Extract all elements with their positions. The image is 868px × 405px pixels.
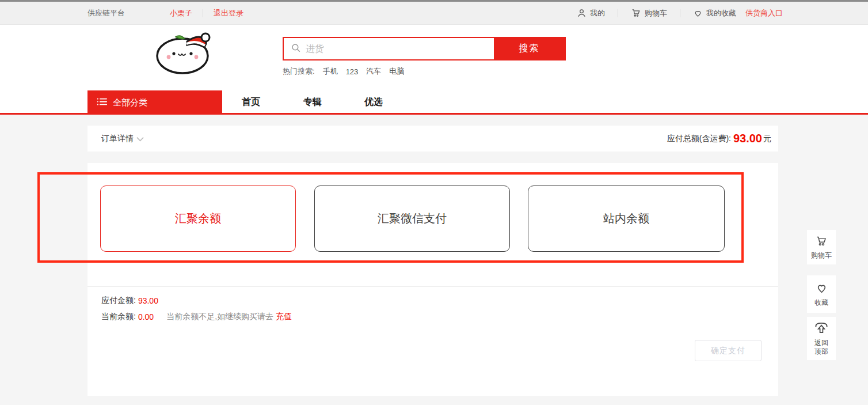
chevron-down-icon bbox=[136, 134, 144, 143]
search-box: 搜索 bbox=[283, 37, 566, 60]
recharge-link[interactable]: 充值 bbox=[276, 312, 292, 322]
search-button[interactable]: 搜索 bbox=[494, 38, 565, 59]
hot-search-item[interactable]: 电脑 bbox=[389, 66, 404, 77]
float-cart-button[interactable]: 购物车 bbox=[807, 230, 836, 264]
back-to-top-button[interactable]: 返回 顶部 bbox=[807, 317, 836, 360]
payable-amount-value: 93.00 bbox=[138, 296, 158, 305]
float-favorite-button[interactable]: 收藏 bbox=[807, 275, 836, 313]
all-categories-label: 全部分类 bbox=[113, 97, 147, 108]
arrow-up-icon bbox=[814, 321, 829, 337]
current-balance-value: 0.00 bbox=[138, 312, 154, 321]
order-total-amount: 93.00 bbox=[733, 132, 762, 145]
topbar-right: 我的 购物车 我的收藏 供货商入口 bbox=[577, 2, 783, 24]
search-input[interactable] bbox=[306, 38, 494, 59]
hot-search-item[interactable]: 手机 bbox=[323, 66, 338, 77]
nav-item-picks[interactable]: 优选 bbox=[364, 90, 383, 115]
section-divider bbox=[87, 286, 778, 287]
header: 搜索 热门搜索: 手机 123 汽车 电脑 bbox=[0, 25, 868, 90]
search-icon bbox=[291, 43, 301, 55]
heart-icon bbox=[814, 282, 829, 297]
topbar: 供应链平台 小栗子 退出登录 我的 购物车 bbox=[0, 0, 868, 25]
navbar: 全部分类 首页 专辑 优选 bbox=[0, 90, 868, 115]
hot-search-item[interactable]: 123 bbox=[346, 67, 359, 76]
payment-panel: 汇聚余额 汇聚微信支付 站内余额 应付金额: 93.00 当前余额: 0.00 … bbox=[87, 163, 778, 396]
all-categories-button[interactable]: 全部分类 bbox=[87, 90, 222, 115]
float-favorite-label: 收藏 bbox=[814, 298, 828, 307]
site-logo[interactable] bbox=[147, 26, 222, 75]
divider bbox=[203, 9, 203, 17]
logout-link[interactable]: 退出登录 bbox=[214, 8, 243, 18]
order-total-unit: 元 bbox=[763, 134, 771, 144]
topbar-left: 供应链平台 小栗子 退出登录 bbox=[87, 2, 243, 24]
pay-method-huiju-wechat[interactable]: 汇聚微信支付 bbox=[314, 186, 510, 252]
pay-method-huiju-balance[interactable]: 汇聚余额 bbox=[100, 186, 296, 252]
nav-item-home[interactable]: 首页 bbox=[242, 90, 260, 115]
cart-icon bbox=[814, 235, 828, 249]
nav-item-albums[interactable]: 专辑 bbox=[303, 90, 322, 115]
pay-method-site-balance[interactable]: 站内余额 bbox=[528, 186, 725, 252]
search-input-area[interactable] bbox=[284, 38, 494, 59]
username-link[interactable]: 小栗子 bbox=[170, 8, 192, 18]
current-balance-label: 当前余额: bbox=[101, 312, 136, 322]
payable-amount-row: 应付金额: 93.00 bbox=[101, 296, 158, 306]
my-account-link[interactable]: 我的 bbox=[577, 8, 605, 18]
hot-search-item[interactable]: 汽车 bbox=[366, 66, 381, 77]
divider bbox=[680, 9, 680, 17]
order-details-toggle[interactable]: 订单详情 bbox=[101, 126, 144, 152]
back-to-top-label: 返回 顶部 bbox=[814, 339, 828, 356]
divider bbox=[618, 9, 618, 17]
order-total-label: 应付总额(含运费): bbox=[667, 134, 731, 144]
cart-link[interactable]: 购物车 bbox=[631, 8, 667, 18]
user-icon bbox=[577, 8, 587, 18]
list-icon bbox=[97, 97, 107, 108]
balance-insufficient-note: 当前余额不足,如继续购买请去 bbox=[166, 312, 273, 322]
supplier-entry-link[interactable]: 供货商入口 bbox=[745, 8, 783, 18]
confirm-pay-button[interactable]: 确定支付 bbox=[695, 340, 762, 361]
payable-amount-label: 应付金额: bbox=[101, 296, 136, 306]
order-total: 应付总额(含运费): 93.00 元 bbox=[667, 126, 771, 152]
float-cart-label: 购物车 bbox=[811, 251, 832, 260]
platform-link[interactable]: 供应链平台 bbox=[87, 8, 125, 18]
logo-image bbox=[147, 26, 222, 75]
payment-page: { "colors": { "brand_red": "#e8211a", "a… bbox=[0, 0, 868, 405]
favorites-link[interactable]: 我的收藏 bbox=[693, 8, 736, 18]
hot-search-row: 热门搜索: 手机 123 汽车 电脑 bbox=[283, 66, 404, 77]
order-header-panel: 订单详情 应付总额(含运费): 93.00 元 bbox=[87, 126, 778, 152]
hot-search-label: 热门搜索: bbox=[283, 66, 315, 77]
current-balance-row: 当前余额: 0.00 当前余额不足,如继续购买请去 充值 bbox=[101, 312, 292, 322]
cart-icon bbox=[631, 8, 641, 18]
heart-icon bbox=[693, 9, 703, 18]
